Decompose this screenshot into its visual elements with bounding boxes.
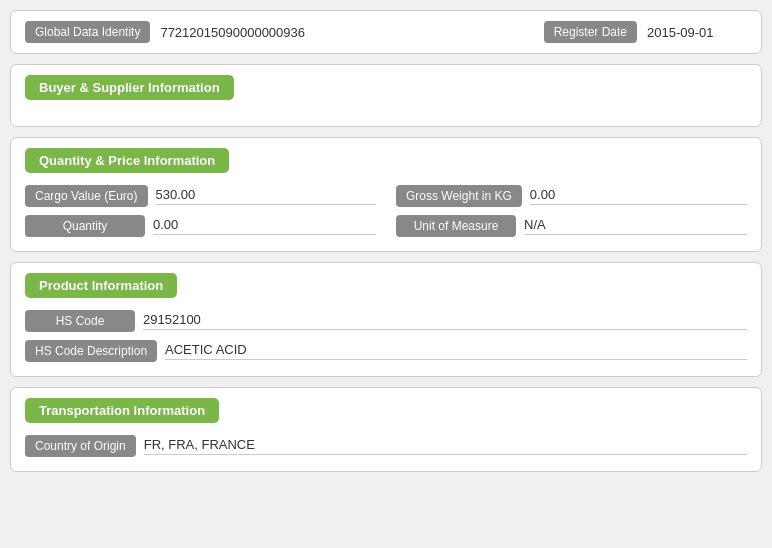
transportation-header: Transportation Information <box>25 398 219 423</box>
identity-card: Global Data Identity 7721201509000000093… <box>10 10 762 54</box>
hs-code-desc-value: ACETIC ACID <box>165 342 747 360</box>
global-data-value: 77212015090000000936 <box>160 25 533 40</box>
unit-of-measure-label: Unit of Measure <box>396 215 516 237</box>
main-container: Global Data Identity 7721201509000000093… <box>10 10 762 472</box>
buyer-supplier-header: Buyer & Supplier Information <box>25 75 234 100</box>
quantity-price-row1: Cargo Value (Euro) 530.00 Gross Weight i… <box>25 185 747 207</box>
hs-code-row: HS Code 29152100 <box>25 310 747 332</box>
country-of-origin-label: Country of Origin <box>25 435 136 457</box>
hs-code-desc-label: HS Code Description <box>25 340 157 362</box>
quantity-col: Quantity 0.00 <box>25 215 376 237</box>
unit-of-measure-col: Unit of Measure N/A <box>396 215 747 237</box>
hs-code-value: 29152100 <box>143 312 747 330</box>
gross-weight-col: Gross Weight in KG 0.00 <box>396 185 747 207</box>
register-date-label: Register Date <box>544 21 637 43</box>
global-data-label: Global Data Identity <box>25 21 150 43</box>
gross-weight-label: Gross Weight in KG <box>396 185 522 207</box>
transportation-section: Transportation Information Country of Or… <box>10 387 762 472</box>
quantity-label: Quantity <box>25 215 145 237</box>
quantity-price-row2: Quantity 0.00 Unit of Measure N/A <box>25 215 747 237</box>
gross-weight-value: 0.00 <box>530 187 747 205</box>
product-header: Product Information <box>25 273 177 298</box>
hs-code-desc-row: HS Code Description ACETIC ACID <box>25 340 747 362</box>
unit-of-measure-value: N/A <box>524 217 747 235</box>
cargo-value-col: Cargo Value (Euro) 530.00 <box>25 185 376 207</box>
hs-code-label: HS Code <box>25 310 135 332</box>
country-of-origin-value: FR, FRA, FRANCE <box>144 437 747 455</box>
cargo-value-label: Cargo Value (Euro) <box>25 185 148 207</box>
quantity-price-header: Quantity & Price Information <box>25 148 229 173</box>
cargo-value: 530.00 <box>156 187 377 205</box>
country-of-origin-row: Country of Origin FR, FRA, FRANCE <box>25 435 747 457</box>
buyer-supplier-section: Buyer & Supplier Information <box>10 64 762 127</box>
register-date-value: 2015-09-01 <box>647 25 747 40</box>
product-section: Product Information HS Code 29152100 HS … <box>10 262 762 377</box>
quantity-price-section: Quantity & Price Information Cargo Value… <box>10 137 762 252</box>
quantity-value: 0.00 <box>153 217 376 235</box>
